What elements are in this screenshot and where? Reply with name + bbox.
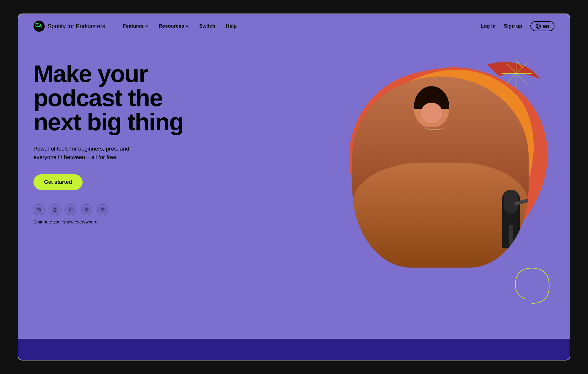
footer-bar — [18, 339, 570, 360]
lang-label: EN — [543, 24, 549, 29]
get-started-button[interactable]: Get started — [34, 174, 83, 190]
browser-window: Spotify for Podcasters Features Resource… — [18, 14, 570, 360]
nav-signup[interactable]: Sign up — [504, 23, 522, 29]
platform-icons — [34, 204, 186, 215]
hero-person-image — [352, 76, 529, 268]
overcast-icon — [81, 204, 92, 215]
svg-point-12 — [86, 209, 87, 210]
nav-switch[interactable]: Switch — [199, 23, 215, 29]
svg-rect-9 — [72, 209, 72, 211]
lang-selector[interactable]: EN — [530, 21, 554, 31]
svg-point-14 — [102, 209, 103, 210]
apple-podcasts-icon — [49, 204, 61, 215]
nav-help[interactable]: Help — [226, 23, 237, 29]
nav-right: Log in Sign up EN — [481, 21, 554, 31]
hero-left: Make your podcast the next big thing Pow… — [34, 50, 186, 224]
star-decoration-icon — [499, 56, 534, 91]
hero-title: Make your podcast the next big thing — [34, 62, 186, 134]
svg-point-4 — [52, 206, 58, 213]
hero-subtitle: Powerful tools for beginners, pros, and … — [34, 145, 151, 161]
logo-area[interactable]: Spotify for Podcasters — [34, 21, 105, 32]
hero-image-area — [317, 38, 570, 339]
distribute-text: Distribute your show everywhere. — [34, 219, 186, 224]
nav-features[interactable]: Features — [123, 23, 148, 29]
spiral-decoration-icon — [508, 262, 555, 309]
globe-icon — [536, 24, 541, 29]
spotify-logo-icon — [34, 21, 45, 32]
pocket-casts-icon — [97, 204, 108, 215]
svg-rect-8 — [69, 209, 70, 211]
spotify-platform-icon — [34, 204, 45, 215]
resources-caret-icon — [186, 26, 188, 27]
features-caret-icon — [145, 26, 148, 27]
navbar: Spotify for Podcasters Features Resource… — [18, 14, 570, 38]
nav-login[interactable]: Log in — [481, 23, 496, 29]
svg-rect-7 — [71, 208, 71, 211]
page: Spotify for Podcasters Features Resource… — [18, 14, 570, 360]
google-podcasts-icon — [65, 204, 76, 215]
nav-resources[interactable]: Resources — [159, 23, 189, 29]
nav-links: Features Resources Switch Help — [123, 23, 481, 29]
logo-text: Spotify for Podcasters — [48, 23, 105, 30]
svg-point-3 — [36, 206, 42, 213]
hero: Make your podcast the next big thing Pow… — [18, 38, 570, 339]
